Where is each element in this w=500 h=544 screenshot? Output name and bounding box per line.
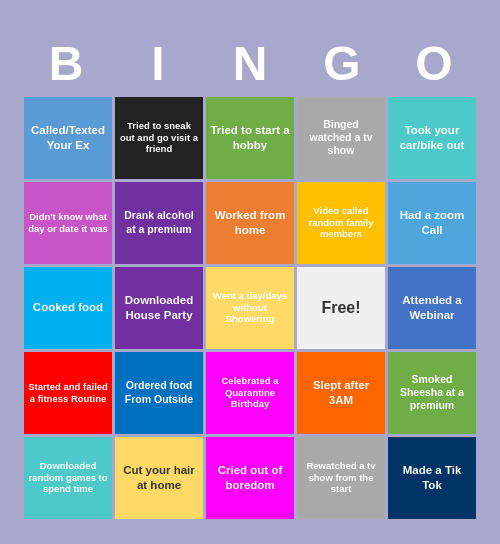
cell-text: Called/Texted Your Ex	[28, 123, 108, 152]
bingo-cell[interactable]: Didn't know what day or date it was	[24, 182, 112, 264]
bingo-letter: N	[210, 36, 290, 91]
cell-text: Cried out of boredom	[210, 463, 290, 492]
cell-text: Made a Tik Tok	[392, 463, 472, 492]
bingo-cell[interactable]: Ordered food From Outside	[115, 352, 203, 434]
bingo-cell[interactable]: Rewatched a tv show from the start	[297, 437, 385, 519]
cell-text: Rewatched a tv show from the start	[301, 460, 381, 496]
cell-text: Ordered food From Outside	[119, 379, 199, 405]
bingo-cell[interactable]: Cried out of boredom	[206, 437, 294, 519]
cell-text: Worked from home	[210, 208, 290, 237]
cell-text: Downloaded House Party	[119, 293, 199, 322]
bingo-cell[interactable]: Cut your hair at home	[115, 437, 203, 519]
bingo-cell[interactable]: Smoked Sheesha at a premium	[388, 352, 476, 434]
cell-text: Tried to start a hobby	[210, 123, 290, 152]
bingo-cell[interactable]: Called/Texted Your Ex	[24, 97, 112, 179]
cell-text: Cooked food	[33, 300, 103, 314]
cell-text: Drank alcohol at a premium	[119, 209, 199, 235]
bingo-cell[interactable]: Tried to sneak out and go visit a friend	[115, 97, 203, 179]
bingo-cell[interactable]: Cooked food	[24, 267, 112, 349]
bingo-cell[interactable]: Downloaded random games to spend time	[24, 437, 112, 519]
cell-text: Smoked Sheesha at a premium	[392, 373, 472, 412]
bingo-cell[interactable]: Downloaded House Party	[115, 267, 203, 349]
bingo-cell[interactable]: Worked from home	[206, 182, 294, 264]
bingo-letter: I	[118, 36, 198, 91]
bingo-title: BINGO	[20, 36, 480, 91]
bingo-cell[interactable]: Tried to start a hobby	[206, 97, 294, 179]
bingo-cell[interactable]: Went a day/days without Showering	[206, 267, 294, 349]
cell-text: Had a zoom Call	[392, 208, 472, 237]
bingo-letter: G	[302, 36, 382, 91]
cell-text: Went a day/days without Showering	[210, 290, 290, 326]
bingo-cell[interactable]: Celebrated a Quarantine Birthday	[206, 352, 294, 434]
bingo-cell[interactable]: Took your car/bike out	[388, 97, 476, 179]
cell-text: Started and failed a fitness Routine	[28, 381, 108, 405]
bingo-cell[interactable]: Had a zoom Call	[388, 182, 476, 264]
cell-text: Video called random family members	[301, 205, 381, 241]
bingo-cell[interactable]: Drank alcohol at a premium	[115, 182, 203, 264]
bingo-cell[interactable]: Attended a Webinar	[388, 267, 476, 349]
bingo-cell[interactable]: Started and failed a fitness Routine	[24, 352, 112, 434]
bingo-cell[interactable]: Video called random family members	[297, 182, 385, 264]
cell-text: Celebrated a Quarantine Birthday	[210, 375, 290, 411]
cell-text: Didn't know what day or date it was	[28, 211, 108, 235]
cell-text: Cut your hair at home	[119, 463, 199, 492]
cell-text: Slept after 3AM	[301, 378, 381, 407]
bingo-cell[interactable]: Slept after 3AM	[297, 352, 385, 434]
bingo-cell[interactable]: Free!	[297, 267, 385, 349]
cell-text: Free!	[321, 298, 360, 318]
bingo-cell[interactable]: Binged watched a tv show	[297, 97, 385, 179]
bingo-letter: B	[26, 36, 106, 91]
cell-text: Tried to sneak out and go visit a friend	[119, 120, 199, 156]
cell-text: Binged watched a tv show	[301, 118, 381, 157]
bingo-cell[interactable]: Made a Tik Tok	[388, 437, 476, 519]
cell-text: Downloaded random games to spend time	[28, 460, 108, 496]
bingo-letter: O	[394, 36, 474, 91]
cell-text: Attended a Webinar	[392, 293, 472, 322]
cell-text: Took your car/bike out	[392, 123, 472, 152]
bingo-grid: Called/Texted Your ExTried to sneak out …	[24, 97, 476, 519]
